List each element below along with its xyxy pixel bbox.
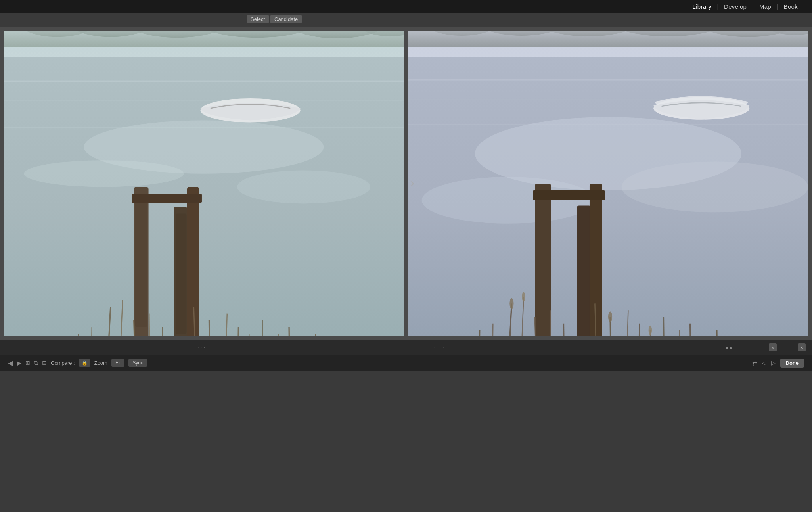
right-dot-4: · (440, 345, 441, 350)
svg-rect-66 (535, 184, 551, 336)
next-icon[interactable]: ▷ (771, 360, 776, 366)
dot-4: · (201, 345, 202, 350)
done-button[interactable]: Done (780, 359, 804, 368)
prev-icon[interactable]: ◁ (762, 360, 766, 366)
compare-icon[interactable]: ⧉ (34, 360, 38, 366)
svg-point-15 (24, 160, 184, 187)
svg-rect-67 (577, 205, 591, 336)
menu-develop[interactable]: Develop (719, 3, 751, 10)
swap-icon[interactable]: ⇄ (752, 359, 757, 367)
compare-labels-bar: Select Candidate (0, 13, 812, 27)
svg-rect-11 (4, 100, 404, 101)
svg-rect-10 (4, 81, 404, 82)
toolbar-right: ⇄ ◁ ▷ Done (752, 359, 804, 368)
candidate-label: Candidate (270, 15, 302, 23)
left-photo-panel[interactable] (4, 31, 404, 336)
select-label: Select (247, 15, 269, 23)
compare-label: Compare : (51, 360, 75, 366)
dot-2: · (195, 345, 196, 350)
svg-point-63 (622, 162, 808, 213)
svg-rect-69 (533, 190, 605, 200)
svg-rect-56 (408, 31, 808, 60)
svg-rect-68 (590, 184, 602, 336)
right-nav-icon[interactable]: ▶ (17, 359, 21, 367)
top-menu-bar: Library | Develop | Map | Book (0, 0, 812, 13)
right-photo-panel[interactable]: › (408, 31, 808, 336)
menu-library[interactable]: Library (688, 3, 716, 10)
left-filmstrip-section: · · · · · (6, 345, 390, 350)
fit-button[interactable]: Fit (111, 359, 124, 367)
svg-rect-8 (4, 31, 404, 60)
toolbar-left: ◀ ▶ ⊞ ⧉ ⊟ Compare : 🔒 Zoom Fit Sync (8, 359, 147, 367)
lock-button[interactable]: 🔒 (79, 359, 90, 367)
left-photo-image (4, 31, 404, 336)
left-nav-icon[interactable]: ◀ (8, 359, 13, 367)
svg-point-93 (522, 292, 525, 302)
menu-book[interactable]: Book (779, 3, 802, 10)
sync-button[interactable]: Sync (128, 359, 147, 367)
svg-text:›: › (410, 176, 414, 189)
zoom-label: Zoom (94, 360, 107, 366)
svg-rect-59 (408, 99, 808, 100)
grid-icon[interactable]: ⊞ (25, 360, 30, 366)
compare-divider (404, 31, 408, 336)
svg-point-92 (509, 298, 513, 309)
menu-map[interactable]: Map (755, 3, 776, 10)
svg-point-14 (237, 170, 370, 203)
svg-rect-58 (408, 79, 808, 80)
dot-5: · (204, 345, 205, 350)
menu-sep-1: | (716, 3, 719, 10)
right-photo-image: › (408, 31, 808, 336)
right-dot-5: · (443, 345, 444, 350)
svg-point-94 (608, 312, 612, 322)
right-dot-3: · (437, 345, 438, 350)
dot-3: · (197, 345, 199, 350)
survey-icon[interactable]: ⊟ (42, 360, 47, 366)
bottom-toolbar: ◀ ▶ ⊞ ⧉ ⊟ Compare : 🔒 Zoom Fit Sync ⇄ ◁ … (0, 355, 812, 371)
left-filmstrip-bar: · · · · · × ◂ ▸ · · · · · × (0, 340, 812, 355)
right-dot-2: · (433, 345, 435, 350)
svg-rect-19 (187, 187, 199, 336)
svg-rect-44 (176, 214, 186, 334)
main-compare-area: › (0, 27, 812, 340)
right-filmstrip-close-btn[interactable]: × (798, 343, 806, 351)
dot-1: · (192, 345, 193, 350)
menu-sep-3: | (776, 3, 779, 10)
filmstrip-close-btn[interactable]: × (769, 343, 777, 351)
menu-sep-2: | (751, 3, 755, 10)
right-dot-1: · (430, 345, 431, 350)
svg-rect-43 (135, 194, 147, 327)
svg-point-95 (649, 326, 652, 335)
